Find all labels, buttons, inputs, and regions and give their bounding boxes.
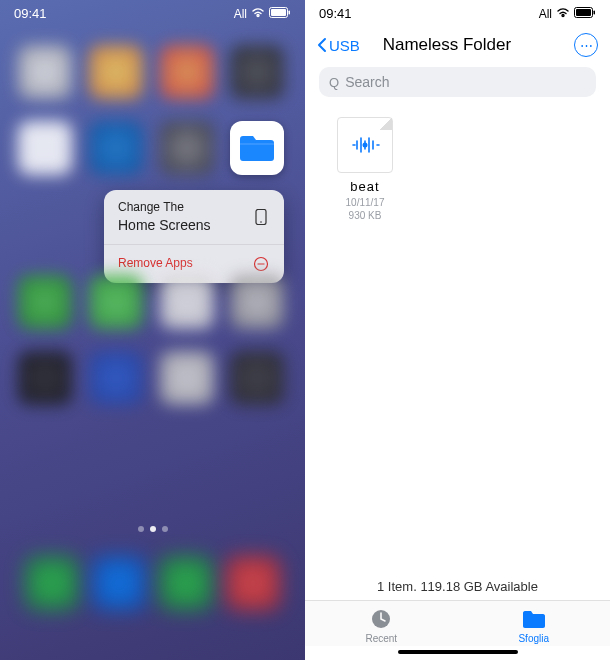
tab-recent[interactable]: Recent: [305, 607, 458, 644]
files-app-icon[interactable]: [230, 121, 284, 175]
svg-rect-2: [289, 10, 291, 14]
app-icon[interactable]: [89, 45, 143, 99]
app-icon[interactable]: [160, 45, 214, 99]
file-grid: beat 10/11/17 930 KB: [305, 109, 610, 567]
carrier-label: All: [539, 7, 552, 21]
nav-bar: USB Nameless Folder ⋯: [305, 25, 610, 63]
app-grid-lower: [0, 275, 305, 405]
app-grid-top: [0, 25, 305, 195]
home-indicator[interactable]: [398, 650, 518, 654]
status-right: All: [539, 7, 596, 21]
menu-line1: Change The: [118, 200, 211, 216]
file-size: 930 KB: [346, 209, 385, 222]
status-bar: 09:41 All: [305, 0, 610, 25]
app-icon[interactable]: [18, 121, 72, 175]
context-menu: Change The Home Screens Remove Apps: [104, 190, 284, 283]
files-app-phone: 09:41 All USB Nameless Folder ⋯ Q Search: [305, 0, 610, 660]
app-icon[interactable]: [230, 45, 284, 99]
folder-icon: [522, 607, 546, 631]
search-placeholder: Search: [345, 74, 389, 90]
tab-browse[interactable]: Sfoglia: [458, 607, 611, 644]
app-icon[interactable]: [89, 351, 143, 405]
folder-icon: [238, 133, 276, 163]
phone-icon: [252, 208, 270, 226]
svg-point-10: [363, 143, 368, 148]
file-thumbnail: [337, 117, 393, 173]
file-meta: 10/11/17 930 KB: [346, 196, 385, 222]
menu-item-edit-home[interactable]: Change The Home Screens: [104, 190, 284, 244]
remove-icon: [252, 255, 270, 273]
page-title: Nameless Folder: [320, 35, 574, 55]
dock-app-icon[interactable]: [92, 556, 146, 610]
status-time: 09:41: [319, 6, 352, 21]
footer-status: 1 Item. 119.18 GB Available: [305, 567, 610, 600]
search-icon: Q: [329, 75, 339, 90]
status-bar: 09:41 All: [0, 0, 305, 25]
svg-point-4: [260, 221, 262, 223]
tab-label: Sfoglia: [518, 633, 549, 644]
app-icon[interactable]: [89, 121, 143, 175]
app-icon[interactable]: [18, 275, 72, 329]
ellipsis-icon: ⋯: [580, 38, 593, 53]
svg-rect-9: [594, 10, 596, 14]
app-icon[interactable]: [160, 351, 214, 405]
audio-file-icon: [350, 135, 380, 155]
dock-app-icon[interactable]: [25, 556, 79, 610]
app-icon[interactable]: [230, 275, 284, 329]
app-icon[interactable]: [18, 45, 72, 99]
menu-line2: Home Screens: [118, 216, 211, 234]
wifi-icon: [251, 7, 265, 21]
app-icon[interactable]: [230, 351, 284, 405]
file-date: 10/11/17: [346, 196, 385, 209]
tab-bar: Recent Sfoglia: [305, 600, 610, 646]
remove-label: Remove Apps: [118, 256, 193, 272]
battery-icon: [574, 7, 596, 21]
page-indicator: [138, 526, 168, 532]
dock-app-icon[interactable]: [159, 556, 213, 610]
carrier-label: All: [234, 7, 247, 21]
more-button[interactable]: ⋯: [574, 33, 598, 57]
battery-icon: [269, 7, 291, 21]
tab-label: Recent: [365, 633, 397, 644]
wifi-icon: [556, 7, 570, 21]
app-icon[interactable]: [18, 351, 72, 405]
dock: [0, 546, 305, 620]
file-item[interactable]: beat 10/11/17 930 KB: [325, 117, 405, 222]
app-icon[interactable]: [160, 121, 214, 175]
status-right: All: [234, 7, 291, 21]
dock-app-icon[interactable]: [226, 556, 280, 610]
app-icon[interactable]: [89, 275, 143, 329]
clock-icon: [369, 607, 393, 631]
svg-rect-1: [271, 9, 286, 16]
status-time: 09:41: [14, 6, 47, 21]
svg-rect-8: [576, 9, 591, 16]
file-name: beat: [350, 179, 379, 194]
app-icon[interactable]: [160, 275, 214, 329]
search-input[interactable]: Q Search: [319, 67, 596, 97]
home-screen-phone: 09:41 All Change The: [0, 0, 305, 660]
